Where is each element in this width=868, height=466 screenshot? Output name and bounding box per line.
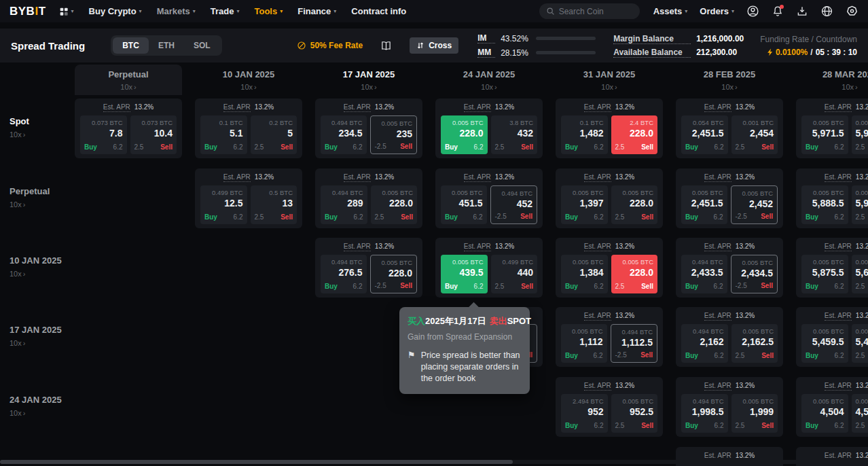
buy-box[interactable]: 0.005 BTC4,504Buy6.2 [801, 394, 848, 433]
spread-cell[interactable]: Est. APR13.2%0.494 BTC234.5Buy6.20.005 B… [315, 98, 422, 158]
spread-cell[interactable]: Est. APR13.2%0.1 BTC1,482Buy6.22.4 BTC22… [556, 98, 663, 158]
column-header-28-mar-2025[interactable]: 28 MAR 202510x› [796, 65, 868, 95]
im-label[interactable]: IM [477, 33, 495, 43]
spread-cell[interactable]: Est. APR13.2%0.005 BTC2,451.5Buy6.20.005… [676, 168, 783, 228]
spread-cell[interactable]: Est. APR13.2%0.1 BTC5.1Buy6.20.2 BTC52.5… [195, 98, 302, 158]
sell-box[interactable]: 0.0055,942.5Sell [852, 185, 868, 224]
spread-cell[interactable]: Est. APR13.2%0.494 BTC1,998.5Buy6.20.005… [676, 377, 783, 437]
nav-item-markets[interactable]: Markets▾ [157, 6, 196, 16]
margin-balance-label[interactable]: Margin Balance [613, 34, 691, 44]
spread-cell[interactable]: Est. APR13.2%0.494 BTC276.5Buy6.20.005 B… [315, 238, 422, 298]
sell-box[interactable]: 0.494 BTC1,112.5-2.5Sell [611, 324, 658, 363]
sell-box[interactable]: 0.2 BTC52.5Sell [251, 115, 297, 154]
buy-box[interactable]: 0.1 BTC1,482Buy6.2 [561, 115, 608, 154]
spread-cell[interactable]: Est. APR13.2%0.494 BTC2,433.5Buy6.20.005… [676, 238, 783, 298]
nav-item-contract-info[interactable]: Contract info [351, 6, 406, 16]
row-header-10-jan-2025[interactable]: 10 JAN 202510x› [10, 255, 72, 278]
spread-cell[interactable]: Est. APR13.2%0.005 BTC228.0Buy6.23.8 BTC… [435, 98, 543, 158]
download-app-icon[interactable] [796, 5, 808, 18]
bybit-logo[interactable]: BYBIT [10, 5, 46, 18]
spread-cell[interactable]: Est. APR13.2%0.073 BTC7.8Buy6.20.073 BTC… [75, 98, 182, 158]
column-leverage-link[interactable]: 10x› [75, 83, 182, 91]
horizontal-scrollbar-thumb[interactable] [0, 460, 513, 464]
sell-box[interactable]: 0.005 BTC228.02.5Sell [611, 255, 658, 293]
buy-box[interactable]: 0.494 BTC2,433.5Buy6.2 [681, 255, 727, 293]
buy-box[interactable]: 0.005 BTC1,397Buy6.2 [561, 185, 608, 224]
sell-box[interactable]: 0.005 BTC228.02.5Sell [611, 185, 658, 224]
row-leverage-link[interactable]: 10x› [10, 200, 72, 209]
mm-label[interactable]: MM [477, 48, 495, 58]
column-header-31-jan-2025[interactable]: 31 JAN 202510x› [556, 65, 663, 95]
sell-box[interactable]: 0.005 BTC228.02.5Sell [371, 185, 418, 224]
column-leverage-link[interactable]: 10x› [556, 83, 663, 91]
buy-box[interactable]: 0.073 BTC7.8Buy6.2 [80, 115, 127, 154]
spread-cell[interactable]: Est. APR13.2%0.005 BTC5,888.5Buy6.20.005… [796, 168, 868, 228]
nav-item-trade[interactable]: Trade▾ [211, 6, 240, 16]
buy-box[interactable]: 0.005 BTC5,875.5Buy6.2 [801, 255, 848, 293]
buy-box[interactable]: 0.499 BTC12.5Buy6.2 [200, 185, 247, 224]
buy-box[interactable]: 0.005 BTC5,971.5Buy6.2 [801, 115, 848, 154]
sell-box[interactable]: 0.494 BTC452-2.5Sell [490, 185, 538, 224]
buy-box[interactable]: 0.494 BTC234.5Buy6.2 [321, 115, 367, 154]
search-box[interactable] [539, 3, 640, 19]
sell-box[interactable]: 0.0055,972.5Sell [852, 115, 868, 154]
horizontal-scrollbar-track[interactable] [0, 460, 868, 464]
buy-box[interactable]: 0.1 BTC5.1Buy6.2 [200, 115, 247, 154]
spread-cell[interactable]: Est. APR13.2%0.005 BTC1,397Buy6.20.005 B… [556, 168, 663, 228]
sell-box[interactable]: 0.5 BTC132.5Sell [251, 185, 297, 224]
profile-icon[interactable] [746, 5, 759, 18]
nav-item-finance[interactable]: Finance▾ [297, 6, 336, 16]
row-leverage-link[interactable]: 10x› [10, 339, 72, 347]
buy-box[interactable]: 0.494 BTC276.5Buy6.2 [321, 255, 367, 293]
tutorial-book-icon[interactable] [380, 40, 392, 52]
buy-box[interactable]: 0.494 BTC2,162Buy6.2 [681, 324, 728, 363]
fee-rate-badge[interactable]: 50% Fee Rate [297, 41, 363, 50]
row-header-24-jan-2025[interactable]: 24 JAN 202510x› [10, 395, 72, 417]
buy-box[interactable]: 0.494 BTC289Buy6.2 [321, 185, 367, 224]
available-balance-label[interactable]: Available Balance [613, 48, 691, 58]
sell-box[interactable]: 0.005 BTC1,9992.5Sell [731, 394, 778, 433]
spread-cell[interactable]: Est. APR13.2%0.005 BTC5,459.5Buy6.20.005… [796, 307, 868, 367]
row-header-spot[interactable]: Spot10x› [10, 116, 72, 139]
spread-cell[interactable]: Est. APR13.2%0.005 BTC451.5Buy6.20.494 B… [435, 168, 543, 228]
buy-box[interactable]: 0.005 BTC228.0Buy6.2 [441, 115, 488, 154]
language-globe-icon[interactable] [820, 5, 833, 18]
buy-box[interactable]: 0.005 BTC2,451.5Buy6.2 [681, 185, 727, 224]
tab-sol[interactable]: SOL [184, 37, 220, 54]
settings-gear-icon[interactable] [846, 5, 858, 18]
buy-box[interactable]: 0.494 BTC1,998.5Buy6.2 [681, 394, 728, 433]
buy-box[interactable]: 2.494 BTC952Buy6.2 [561, 394, 608, 433]
spread-cell[interactable]: Est. APR13.2%0.005 BTC439.5Buy6.20.499 B… [435, 238, 543, 298]
spread-cell[interactable]: Est. APR13.2%0.005 BTC5,875.5Buy6.20.005… [796, 238, 868, 298]
buy-box[interactable]: 0.005 BTC451.5Buy6.2 [441, 185, 487, 224]
spread-cell[interactable]: Est. APR13.2%0.005 BTC4,504Buy6.20.0054,… [796, 377, 868, 437]
spread-cell[interactable]: Est. APR13.2%0.494 BTC289Buy6.20.005 BTC… [315, 168, 422, 228]
spread-cell[interactable]: Est. APR13.2%0.005 BTC1,112Buy6.20.494 B… [556, 307, 663, 367]
buy-box[interactable]: 0.005 BTC1,112Buy6.2 [561, 324, 607, 363]
row-leverage-link[interactable]: 10x› [10, 409, 72, 417]
apps-grid-icon[interactable]: ▾ [58, 6, 74, 17]
sell-box[interactable]: 0.005 BTC952.52.5Sell [611, 394, 658, 433]
column-header-17-jan-2025[interactable]: 17 JAN 202510x› [315, 65, 422, 95]
buy-box[interactable]: 0.005 BTC5,888.5Buy6.2 [801, 185, 848, 224]
buy-box[interactable]: 0.054 BTC2,451.5Buy6.2 [681, 115, 728, 154]
nav-item-buy-crypto[interactable]: Buy Crypto▾ [89, 6, 142, 16]
sell-box[interactable]: 0.0055,642.5Sell [852, 255, 868, 293]
spread-cell[interactable]: Est. APR13.2%0.054 BTC2,451.5Buy6.20.001… [676, 98, 783, 158]
column-leverage-link[interactable]: 10x› [195, 83, 302, 91]
column-leverage-link[interactable]: 10x› [796, 83, 868, 91]
buy-box[interactable]: 0.005 BTC5,459.5Buy6.2 [801, 324, 848, 363]
spread-cell[interactable]: Est. APR13.2%0.494 BTC2,162Buy6.20.005 B… [676, 307, 783, 367]
sell-box[interactable]: 0.073 BTC10.42.5Sell [130, 115, 177, 154]
sell-box[interactable]: 0.005 BTC2,162.52.5Sell [731, 324, 778, 363]
buy-box[interactable]: 0.005 BTC439.5Buy6.2 [441, 255, 488, 293]
column-header-24-jan-2025[interactable]: 24 JAN 202510x› [435, 65, 543, 95]
column-header-perpetual[interactable]: Perpetual10x› [75, 65, 182, 95]
spread-cell[interactable]: Est. APR13.2%0.005 BTC1,384Buy6.20.005 B… [556, 238, 663, 298]
sell-box[interactable]: 0.005 BTC235-2.5Sell [370, 115, 418, 154]
buy-box[interactable]: 0.005 BTC1,384Buy6.2 [561, 255, 608, 293]
sell-box[interactable]: 3.8 BTC4322.5Sell [491, 115, 538, 154]
sell-box[interactable]: 0.005 BTC2,434.5-2.5Sell [731, 255, 778, 293]
margin-mode-button[interactable]: Cross [410, 37, 458, 54]
spread-cell[interactable]: Est. APR13.2%2.494 BTC952Buy6.20.005 BTC… [556, 377, 663, 437]
